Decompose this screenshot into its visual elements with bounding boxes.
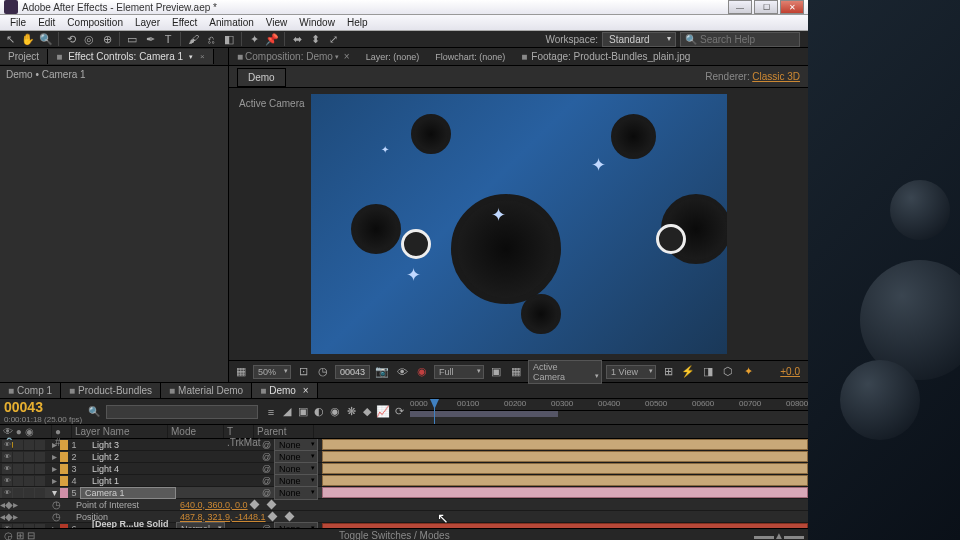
- menu-window[interactable]: Window: [293, 15, 341, 30]
- channel-icon[interactable]: ◉: [414, 364, 430, 380]
- brainstorm-icon[interactable]: ❋: [344, 405, 358, 419]
- tab-effect-controls[interactable]: ■Effect Controls: Camera 1▾×: [48, 49, 214, 64]
- snapshot-icon[interactable]: 📷: [374, 364, 390, 380]
- pan-behind-tool-icon[interactable]: ⊕: [99, 31, 115, 47]
- rect-icon[interactable]: ⊡: [295, 364, 311, 380]
- property-value[interactable]: 640.0, 360.0, 0.0: [180, 500, 248, 510]
- time-icon[interactable]: ◷: [315, 364, 331, 380]
- expand-icon[interactable]: ◶ ⊞ ⊟: [4, 530, 35, 540]
- pen-tool-icon[interactable]: ✒: [142, 31, 158, 47]
- view-select[interactable]: 1 View: [606, 365, 656, 379]
- motionblur-icon[interactable]: ◉: [328, 405, 342, 419]
- brush-tool-icon[interactable]: 🖌: [185, 31, 201, 47]
- minimize-button[interactable]: —: [728, 0, 752, 14]
- search-input[interactable]: [700, 34, 795, 45]
- pickwhip-icon[interactable]: @: [262, 488, 272, 498]
- menu-view[interactable]: View: [260, 15, 294, 30]
- pixel-aspect-icon[interactable]: ⊞: [660, 364, 676, 380]
- timeline-icon[interactable]: ◨: [700, 364, 716, 380]
- tab-project[interactable]: Project: [0, 49, 48, 64]
- titlebar: Adobe After Effects - Element Preview.ae…: [0, 0, 808, 15]
- menu-effect[interactable]: Effect: [166, 15, 203, 30]
- layer-row[interactable]: 👁 ▸ 4 Light 1 @None: [0, 475, 808, 487]
- comp-mini-icon[interactable]: ≡: [264, 405, 278, 419]
- timeline-search[interactable]: [106, 405, 258, 419]
- rect-tool-icon[interactable]: ▭: [124, 31, 140, 47]
- zoom-select[interactable]: 50%: [253, 365, 291, 379]
- livupdate-icon[interactable]: ⟳: [392, 405, 406, 419]
- search-help[interactable]: 🔍: [680, 32, 800, 47]
- playhead[interactable]: [434, 399, 435, 424]
- selection-tool-icon[interactable]: ↖: [2, 31, 18, 47]
- draft3d-icon[interactable]: ▣: [296, 405, 310, 419]
- current-frame[interactable]: 00043: [4, 399, 82, 415]
- app-icon: [4, 0, 18, 14]
- timeline-tab-comp1[interactable]: ■Comp 1: [0, 383, 61, 398]
- layer-name-selected[interactable]: Camera 1: [80, 487, 176, 499]
- timeline-tab-material[interactable]: ■Material Demo: [161, 383, 252, 398]
- axis-local-icon[interactable]: ⬌: [289, 31, 305, 47]
- fast-preview-icon[interactable]: ⚡: [680, 364, 696, 380]
- menu-edit[interactable]: Edit: [32, 15, 61, 30]
- clone-tool-icon[interactable]: ⎌: [203, 31, 219, 47]
- layer-row[interactable]: 👁 ▸ 2 Light 2 @None: [0, 451, 808, 463]
- search-icon: 🔍: [88, 406, 100, 417]
- axis-world-icon[interactable]: ⬍: [307, 31, 323, 47]
- tab-layer[interactable]: Layer: (none): [358, 50, 428, 64]
- layer-row[interactable]: 👁 ▸ 1 Light 3 @None: [0, 439, 808, 451]
- zoom-slider[interactable]: ▬▬▲▬▬: [754, 530, 804, 540]
- comp-name-tab[interactable]: Demo: [237, 68, 286, 87]
- puppet-tool-icon[interactable]: 📌: [264, 31, 280, 47]
- timeline-tab-demo[interactable]: ■Demo×: [252, 383, 318, 398]
- timeline-tab-product[interactable]: ■Product-Bundles: [61, 383, 161, 398]
- graph-icon[interactable]: 📈: [376, 405, 390, 419]
- axis-view-icon[interactable]: ⤢: [325, 31, 341, 47]
- timeline-ruler-area[interactable]: 0000 00100 00200 00300 00400 00500 00600…: [410, 399, 808, 424]
- menu-help[interactable]: Help: [341, 15, 374, 30]
- autokeyframe-icon[interactable]: ◆: [360, 405, 374, 419]
- menu-file[interactable]: File: [4, 15, 32, 30]
- show-snapshot-icon[interactable]: 👁: [394, 364, 410, 380]
- shy-icon[interactable]: ◢: [280, 405, 294, 419]
- layer-row-selected[interactable]: 👁 ▾ 5 Camera 1 @None: [0, 487, 808, 499]
- menu-animation[interactable]: Animation: [203, 15, 259, 30]
- comp-flow-icon[interactable]: ⬡: [720, 364, 736, 380]
- menu-layer[interactable]: Layer: [129, 15, 166, 30]
- hand-tool-icon[interactable]: ✋: [20, 31, 36, 47]
- pickwhip-icon[interactable]: @: [262, 440, 272, 450]
- exposure-offset[interactable]: +0.0: [780, 366, 800, 377]
- renderer-link[interactable]: Classic 3D: [752, 71, 800, 82]
- pickwhip-icon[interactable]: @: [262, 452, 272, 462]
- reset-exposure-icon[interactable]: ✦: [740, 364, 756, 380]
- eraser-tool-icon[interactable]: ◧: [221, 31, 237, 47]
- zoom-tool-icon[interactable]: 🔍: [38, 31, 54, 47]
- roto-tool-icon[interactable]: ✦: [246, 31, 262, 47]
- tab-flowchart[interactable]: Flowchart: (none): [427, 50, 513, 64]
- roi-icon[interactable]: ▣: [488, 364, 504, 380]
- frameblend-icon[interactable]: ◐: [312, 405, 326, 419]
- layer-name[interactable]: Light 3: [80, 440, 176, 450]
- layer-row[interactable]: 👁 ▸ 3 Light 4 @None: [0, 463, 808, 475]
- pickwhip-icon[interactable]: @: [262, 476, 272, 486]
- camera-tool-icon[interactable]: ◎: [81, 31, 97, 47]
- timeline-panel: ■Comp 1 ■Product-Bundles ■Material Demo …: [0, 382, 808, 540]
- work-area-bar[interactable]: [410, 411, 558, 417]
- transparency-icon[interactable]: ▦: [508, 364, 524, 380]
- pickwhip-icon[interactable]: @: [262, 464, 272, 474]
- rotate-tool-icon[interactable]: ⟲: [63, 31, 79, 47]
- close-button[interactable]: ✕: [780, 0, 804, 14]
- grid-icon[interactable]: ▦: [233, 364, 249, 380]
- toggle-switches-button[interactable]: Toggle Switches / Modes: [339, 530, 450, 540]
- text-tool-icon[interactable]: T: [160, 31, 176, 47]
- preview-viewport[interactable]: Active Camera ✦ ✦ ✦ ✦: [229, 88, 808, 360]
- property-value[interactable]: 487.8, 321.9, -1448.1: [180, 512, 266, 522]
- camera-select[interactable]: Active Camera: [528, 360, 602, 384]
- property-row[interactable]: ◂◆▸ ◷ Point of Interest 640.0, 360.0, 0.…: [0, 499, 808, 511]
- tab-footage[interactable]: ■Footage: Product-Bundles_plain.jpg: [513, 49, 698, 64]
- resolution-select[interactable]: Full: [434, 365, 484, 379]
- frame-display[interactable]: 00043: [335, 365, 370, 379]
- maximize-button[interactable]: ☐: [754, 0, 778, 14]
- workspace-select[interactable]: Standard: [602, 32, 676, 47]
- tab-composition[interactable]: ■ Composition: Demo ▾×: [229, 49, 358, 64]
- menu-composition[interactable]: Composition: [61, 15, 129, 30]
